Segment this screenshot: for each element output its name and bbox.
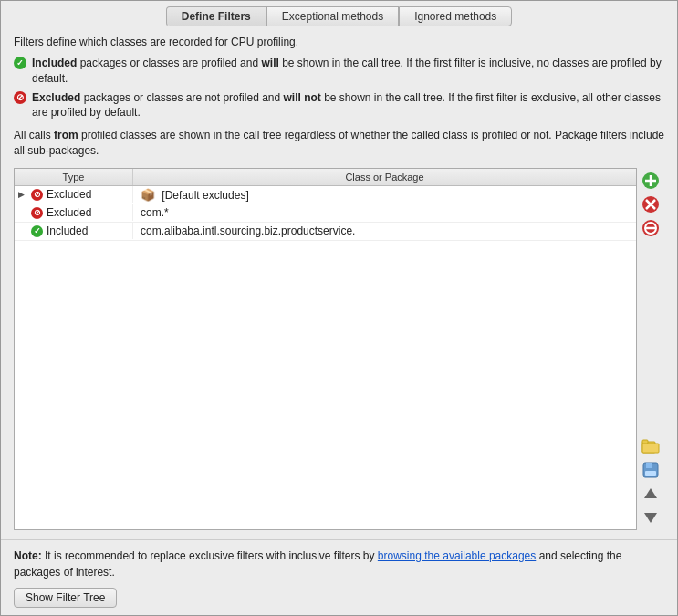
calls-note: All calls from profiled classes are show… — [14, 128, 664, 159]
move-down-icon — [642, 509, 659, 526]
note-text: It is recommended to replace exclusive f… — [45, 549, 378, 562]
save-button[interactable] — [640, 459, 662, 481]
remove-icon — [641, 195, 660, 214]
tab-exceptional-methods[interactable]: Exceptional methods — [266, 6, 399, 26]
tab-bar: Define Filters Exceptional methods Ignor… — [1, 1, 677, 26]
sidebar-buttons — [637, 168, 664, 530]
col-type-header: Type — [15, 169, 133, 185]
class-value-1: [Default excludes] — [162, 189, 248, 202]
table-row[interactable]: ▶ ⊘ Excluded 📦 [Default excludes] — [15, 186, 636, 204]
legend-included-text: Included packages or classes are profile… — [32, 56, 664, 87]
type-label-3: Included — [47, 224, 88, 237]
note-bold: Note: — [14, 549, 42, 562]
cell-class-1: 📦 [Default excludes] — [133, 186, 636, 204]
svg-rect-11 — [642, 440, 648, 444]
included-row-icon-3: ✓ — [31, 225, 43, 237]
main-window: Define Filters Exceptional methods Ignor… — [0, 0, 678, 616]
add-icon — [641, 172, 660, 190]
excluded-row-icon-2: ⊘ — [31, 207, 43, 219]
legend-excluded-row: ⊘ Excluded packages or classes are not p… — [14, 90, 664, 121]
excluded-icon: ⊘ — [14, 91, 26, 104]
tab-ignored-methods[interactable]: Ignored methods — [399, 6, 512, 26]
included-icon: ✓ — [14, 57, 26, 69]
tab-define-filters[interactable]: Define Filters — [166, 6, 266, 26]
description-text: Filters define which classes are recorde… — [14, 36, 664, 48]
browse-packages-link[interactable]: browsing the available packages — [378, 549, 536, 562]
cell-class-3: com.alibaba.intl.sourcing.biz.productser… — [133, 223, 636, 239]
cell-class-2: com.* — [133, 204, 636, 221]
svg-rect-13 — [646, 463, 652, 468]
bottom-note: Note: It is recommended to replace exclu… — [14, 548, 664, 580]
disable-icon — [641, 219, 660, 237]
default-excludes-icon: 📦 — [141, 188, 155, 202]
content-area: Filters define which classes are recorde… — [1, 26, 677, 539]
save-icon — [641, 461, 660, 479]
class-value-2: com.* — [141, 206, 169, 219]
main-panel: Type Class or Package ▶ ⊘ Excluded 📦 — [14, 168, 664, 530]
open-file-button[interactable] — [640, 435, 662, 457]
table-row[interactable]: ▶ ⊘ Excluded com.* — [15, 204, 636, 223]
move-down-button[interactable] — [640, 506, 662, 528]
svg-rect-10 — [642, 444, 659, 453]
class-value-3: com.alibaba.intl.sourcing.biz.productser… — [141, 224, 355, 237]
add-filter-button[interactable] — [640, 170, 662, 192]
table-row[interactable]: ▶ ✓ Included com.alibaba.intl.sourcing.b… — [15, 223, 636, 241]
legend-excluded-text: Excluded packages or classes are not pro… — [32, 90, 664, 121]
svg-rect-14 — [645, 471, 656, 476]
cell-type-1: ▶ ⊘ Excluded — [15, 186, 133, 203]
remove-filter-button[interactable] — [640, 193, 662, 215]
table-body[interactable]: ▶ ⊘ Excluded 📦 [Default excludes] ▶ — [15, 186, 636, 529]
cell-type-2: ▶ ⊘ Excluded — [15, 204, 133, 221]
legend-included-row: ✓ Included packages or classes are profi… — [14, 56, 664, 87]
bottom-area: Note: It is recommended to replace exclu… — [1, 539, 677, 615]
svg-marker-15 — [644, 488, 657, 498]
filter-legend: ✓ Included packages or classes are profi… — [14, 56, 664, 120]
table-header: Type Class or Package — [15, 169, 636, 186]
svg-marker-16 — [644, 513, 657, 523]
move-up-icon — [642, 485, 659, 502]
expand-icon-1[interactable]: ▶ — [18, 190, 27, 199]
col-class-header: Class or Package — [133, 169, 636, 185]
type-label-1: Excluded — [47, 188, 91, 201]
open-file-icon — [641, 438, 660, 454]
filter-table: Type Class or Package ▶ ⊘ Excluded 📦 — [14, 168, 637, 530]
cell-type-3: ▶ ✓ Included — [15, 223, 133, 239]
excluded-row-icon-1: ⊘ — [31, 189, 43, 201]
move-up-button[interactable] — [640, 483, 662, 505]
disable-filter-button[interactable] — [640, 217, 662, 239]
type-label-2: Excluded — [47, 206, 91, 219]
show-filter-tree-button[interactable]: Show Filter Tree — [14, 588, 117, 608]
